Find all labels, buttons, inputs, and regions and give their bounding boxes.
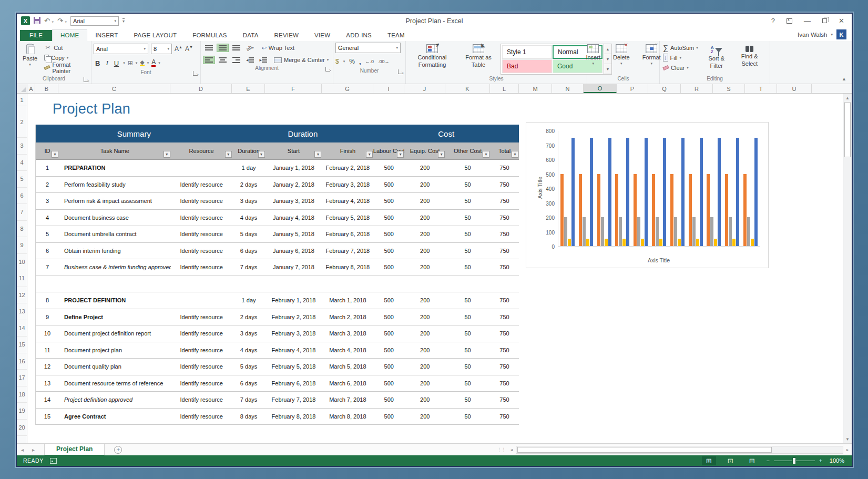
cell-labour-cost[interactable]: 500 bbox=[373, 342, 404, 359]
column-header-S[interactable]: S bbox=[713, 84, 745, 93]
number-dialog-launcher[interactable] bbox=[398, 69, 403, 74]
sheet-canvas[interactable]: Project Plan SummaryDurationCostID▼Task … bbox=[27, 94, 843, 443]
cell-task[interactable]: Business case & interim funding approved bbox=[59, 259, 171, 276]
cell-other-cost[interactable]: 50 bbox=[445, 392, 490, 408]
restore-button[interactable] bbox=[822, 18, 827, 23]
cell-labour-cost[interactable]: 500 bbox=[373, 243, 404, 259]
style-bad[interactable]: Bad bbox=[502, 59, 552, 73]
cell-start[interactable]: January 1, 2018 bbox=[265, 160, 322, 176]
alignment-dialog-launcher[interactable] bbox=[325, 67, 330, 72]
redo-dropdown-icon[interactable]: ▾ bbox=[65, 20, 67, 24]
cell-duration[interactable]: 5 days bbox=[232, 226, 265, 242]
increase-indent-button[interactable]: ▸ bbox=[258, 56, 270, 64]
cell-equip-cost[interactable]: 200 bbox=[404, 193, 445, 209]
row-header-7[interactable]: 7 bbox=[17, 204, 27, 221]
cell-finish[interactable]: February 2, 2018 bbox=[322, 160, 373, 176]
cell-finish[interactable]: February 5, 2018 bbox=[322, 210, 373, 226]
row-header-10[interactable]: 10 bbox=[17, 254, 27, 271]
cell-duration[interactable]: 5 days bbox=[232, 359, 265, 375]
cell-duration[interactable]: 6 days bbox=[232, 243, 265, 259]
delete-cells-button[interactable]: ✕ Delete▾ bbox=[609, 43, 634, 67]
column-header-B[interactable]: B bbox=[35, 84, 58, 93]
tab-data[interactable]: DATA bbox=[235, 30, 267, 41]
cell-other-cost[interactable]: 50 bbox=[445, 243, 490, 259]
zoom-level[interactable]: 100% bbox=[830, 457, 844, 464]
sheet-tab-project-plan[interactable]: Project Plan bbox=[44, 444, 105, 456]
cell-other-cost[interactable]: 50 bbox=[445, 309, 490, 325]
cell-finish[interactable]: March 6, 2018 bbox=[322, 375, 373, 392]
cell-id[interactable]: 13 bbox=[36, 375, 59, 392]
cell-labour-cost[interactable]: 500 bbox=[373, 193, 404, 209]
minimize-button[interactable]: — bbox=[804, 17, 811, 25]
row-header-12[interactable]: 12 bbox=[17, 287, 27, 304]
qat-font-selector[interactable]: Arial▾ bbox=[70, 16, 119, 26]
cell-duration[interactable]: 3 days bbox=[232, 325, 265, 342]
cell-finish[interactable]: February 4, 2018 bbox=[322, 193, 373, 209]
tab-splitter-icon[interactable]: ⋮⋮ bbox=[497, 447, 507, 453]
cell-other-cost[interactable]: 50 bbox=[445, 193, 490, 209]
cell-task[interactable]: PREPARATION bbox=[59, 160, 171, 176]
filter-dropdown-icon[interactable]: ▼ bbox=[52, 151, 58, 158]
decrease-decimal-button[interactable]: .00→ bbox=[378, 59, 390, 64]
cell-labour-cost[interactable]: 500 bbox=[373, 292, 404, 309]
cell-equip-cost[interactable]: 200 bbox=[404, 243, 445, 259]
cell-task[interactable]: Document quality plan bbox=[59, 359, 171, 375]
column-header-E[interactable]: E bbox=[232, 84, 265, 93]
cell-start[interactable]: February 1, 2018 bbox=[265, 292, 322, 309]
tab-review[interactable]: REVIEW bbox=[267, 30, 307, 41]
merge-center-button[interactable]: Merge & Center▾ bbox=[274, 55, 329, 65]
cell-resource[interactable]: Identify resource bbox=[171, 325, 232, 342]
row-header-9[interactable]: 9 bbox=[17, 237, 27, 254]
cell-resource[interactable]: Identify resource bbox=[171, 210, 232, 226]
cell-duration[interactable]: 7 days bbox=[232, 259, 265, 276]
fill-button[interactable]: ↓Fill▾ bbox=[662, 53, 699, 63]
font-size-selector[interactable]: 8▾ bbox=[151, 44, 172, 54]
normal-view-button[interactable]: ⊞ bbox=[702, 456, 716, 465]
page-layout-view-button[interactable]: ⊡ bbox=[723, 456, 738, 465]
cell-total[interactable]: 750 bbox=[490, 309, 519, 325]
column-header-T[interactable]: T bbox=[745, 84, 777, 93]
scroll-up-icon[interactable]: ▲ bbox=[843, 94, 852, 102]
cell-other-cost[interactable]: 50 bbox=[445, 292, 490, 309]
cell-start[interactable]: February 2, 2018 bbox=[265, 309, 322, 325]
cell-duration[interactable]: 8 days bbox=[232, 409, 265, 425]
cell-labour-cost[interactable]: 500 bbox=[373, 325, 404, 342]
cell-labour-cost[interactable]: 500 bbox=[373, 160, 404, 176]
zoom-in-icon[interactable]: + bbox=[819, 457, 822, 464]
cell-finish[interactable]: February 7, 2018 bbox=[322, 243, 373, 259]
row-header-3[interactable]: 3 bbox=[17, 138, 27, 155]
cell-start[interactable]: January 4, 2018 bbox=[265, 210, 322, 226]
center-align-button[interactable] bbox=[217, 56, 229, 64]
zoom-thumb[interactable] bbox=[792, 457, 796, 464]
help-button[interactable]: ? bbox=[771, 17, 775, 25]
cell-task[interactable]: Define Project bbox=[59, 309, 171, 325]
sort-filter-button[interactable]: AZ Sort & Filter bbox=[701, 43, 732, 72]
cell-id[interactable]: 3 bbox=[36, 193, 59, 209]
cell-resource[interactable]: Identify resource bbox=[171, 193, 232, 209]
column-header-U[interactable]: U bbox=[777, 84, 812, 93]
cell-total[interactable]: 750 bbox=[490, 292, 519, 309]
cell-finish[interactable]: February 8, 2018 bbox=[322, 259, 373, 276]
cell-resource[interactable]: Identify resource bbox=[171, 243, 232, 259]
cell-total[interactable]: 750 bbox=[490, 210, 519, 226]
cell-other-cost[interactable]: 50 bbox=[445, 210, 490, 226]
column-header-K[interactable]: K bbox=[445, 84, 490, 93]
cell-start[interactable]: February 6, 2018 bbox=[265, 375, 322, 392]
cell-total[interactable]: 750 bbox=[490, 375, 519, 392]
cell-task[interactable]: Perform feasibility study bbox=[59, 177, 171, 193]
zoom-out-icon[interactable]: − bbox=[767, 457, 770, 464]
cell-task[interactable]: Document umbrella contract bbox=[59, 226, 171, 242]
top-align-button[interactable] bbox=[203, 44, 215, 52]
cell-finish[interactable]: March 2, 2018 bbox=[322, 309, 373, 325]
cell-finish[interactable]: March 5, 2018 bbox=[322, 359, 373, 375]
cell-start[interactable]: February 3, 2018 bbox=[265, 325, 322, 342]
sheet-nav-left-icon[interactable]: ◂ bbox=[17, 447, 28, 453]
cell-task[interactable]: Agree Contract bbox=[59, 409, 171, 425]
cell-equip-cost[interactable]: 200 bbox=[404, 309, 445, 325]
cell-id[interactable]: 8 bbox=[36, 292, 59, 309]
cell-equip-cost[interactable]: 200 bbox=[404, 259, 445, 276]
fill-color-button[interactable]: ◆ bbox=[140, 60, 144, 67]
cell-start[interactable]: February 8, 2018 bbox=[265, 409, 322, 425]
cell-task[interactable]: Document project definition report bbox=[59, 325, 171, 342]
cell-total[interactable]: 750 bbox=[490, 409, 519, 425]
